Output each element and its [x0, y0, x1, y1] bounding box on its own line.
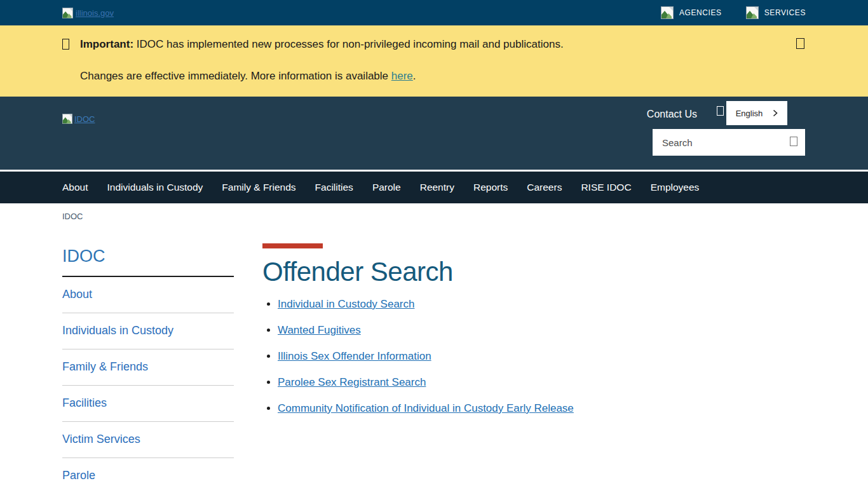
nav-item-individuals-in-custody[interactable]: Individuals in Custody: [107, 182, 203, 193]
broken-image-icon: [62, 114, 72, 124]
alert-message: IDOC has implemented new processes for n…: [137, 38, 564, 50]
site-header: IDOC Contact Us English: [0, 97, 868, 170]
sidebar-item-family-friends[interactable]: Family & Friends: [62, 349, 234, 385]
breadcrumb-idoc[interactable]: IDOC: [62, 212, 83, 221]
sidebar-nav: IDOC About Individuals in Custody Family…: [62, 247, 234, 488]
alert-important-label: Important:: [80, 38, 133, 50]
list-item: Illinois Sex Offender Information: [278, 350, 574, 363]
chevron-right-icon: [773, 109, 778, 117]
contact-us-link[interactable]: Contact Us: [647, 109, 697, 120]
language-globe-icon-placeholder[interactable]: [717, 106, 724, 116]
list-item: Community Notification of Individual in …: [278, 402, 574, 415]
language-selector-button[interactable]: English: [726, 101, 787, 125]
nav-item-careers[interactable]: Careers: [527, 182, 562, 193]
main-section: Offender Search Individual in Custody Se…: [262, 224, 574, 428]
list-item: Wanted Fugitives: [278, 324, 574, 337]
alert-banner: Important: IDOC has implemented new proc…: [0, 25, 868, 97]
list-item: Individuals in Custody: [62, 313, 234, 349]
page-title: Offender Search: [262, 257, 574, 287]
list-item: Individual in Custody Search: [278, 298, 574, 311]
language-label: English: [736, 109, 763, 118]
broken-image-icon: [661, 6, 674, 19]
search-icon-placeholder: [790, 137, 797, 146]
list-item: Facilities: [62, 386, 234, 422]
page-content: IDOC About Individuals in Custody Family…: [0, 224, 868, 488]
alert-line2-text: Changes are effective immediately. More …: [80, 70, 388, 82]
broken-image-icon: [746, 6, 759, 19]
link-individual-in-custody-search[interactable]: Individual in Custody Search: [278, 298, 414, 310]
idoc-logo-link[interactable]: IDOC: [62, 114, 95, 124]
link-illinois-sex-offender-information[interactable]: Illinois Sex Offender Information: [278, 350, 431, 362]
nav-item-rise-idoc[interactable]: RISE IDOC: [581, 182, 631, 193]
link-wanted-fugitives[interactable]: Wanted Fugitives: [278, 324, 361, 336]
list-item: About: [62, 277, 234, 313]
nav-item-family-friends[interactable]: Family & Friends: [222, 182, 295, 193]
list-item: Victim Services: [62, 422, 234, 458]
list-item: Parole: [62, 458, 234, 488]
site-search: [653, 129, 805, 156]
illinois-gov-logo-link[interactable]: illinois.gov: [62, 8, 114, 18]
nav-item-about[interactable]: About: [62, 182, 88, 193]
link-parolee-sex-registrant-search[interactable]: Parolee Sex Registrant Search: [278, 376, 426, 388]
nav-item-parole[interactable]: Parole: [372, 182, 401, 193]
utility-bar: illinois.gov AGENCIES SERVICES: [0, 0, 868, 25]
nav-item-reentry[interactable]: Reentry: [420, 182, 454, 193]
sidebar-list: About Individuals in Custody Family & Fr…: [62, 277, 234, 488]
sidebar-item-victim-services[interactable]: Victim Services: [62, 422, 234, 458]
list-item: Family & Friends: [62, 349, 234, 386]
primary-nav: About Individuals in Custody Family & Fr…: [0, 170, 868, 203]
alert-line-2: Changes are effective immediately. More …: [62, 70, 806, 83]
idoc-logo-alt: IDOC: [74, 114, 95, 124]
broken-image-icon: [62, 8, 73, 18]
agencies-label: AGENCIES: [679, 8, 722, 17]
sidebar-item-parole[interactable]: Parole: [62, 458, 234, 488]
illinois-gov-logo-alt: illinois.gov: [76, 8, 114, 18]
alert-here-link[interactable]: here: [391, 70, 413, 82]
nav-item-facilities[interactable]: Facilities: [315, 182, 353, 193]
close-icon[interactable]: [796, 38, 804, 49]
alert-text: Important: IDOC has implemented new proc…: [80, 38, 564, 51]
search-input[interactable]: [661, 137, 790, 149]
sidebar-item-individuals-in-custody[interactable]: Individuals in Custody: [62, 313, 234, 349]
nav-item-employees[interactable]: Employees: [651, 182, 700, 193]
breadcrumb: IDOC: [0, 203, 868, 224]
services-label: SERVICES: [764, 8, 806, 17]
nav-item-reports[interactable]: Reports: [473, 182, 508, 193]
services-link[interactable]: SERVICES: [746, 6, 806, 19]
list-item: Parolee Sex Registrant Search: [278, 376, 574, 389]
alert-line-1: Important: IDOC has implemented new proc…: [62, 38, 806, 51]
sidebar-item-facilities[interactable]: Facilities: [62, 386, 234, 421]
alert-line2-period: .: [413, 70, 416, 82]
link-community-notification-early-release[interactable]: Community Notification of Individual in …: [278, 402, 574, 414]
sidebar-title-idoc[interactable]: IDOC: [62, 247, 234, 277]
accent-bar: [262, 243, 323, 248]
agencies-link[interactable]: AGENCIES: [661, 6, 722, 19]
utility-links: AGENCIES SERVICES: [661, 6, 806, 19]
sidebar-item-about[interactable]: About: [62, 277, 234, 313]
search-icon[interactable]: [790, 137, 797, 148]
warning-icon-placeholder: [62, 39, 69, 50]
offender-search-links: Individual in Custody Search Wanted Fugi…: [262, 298, 574, 415]
